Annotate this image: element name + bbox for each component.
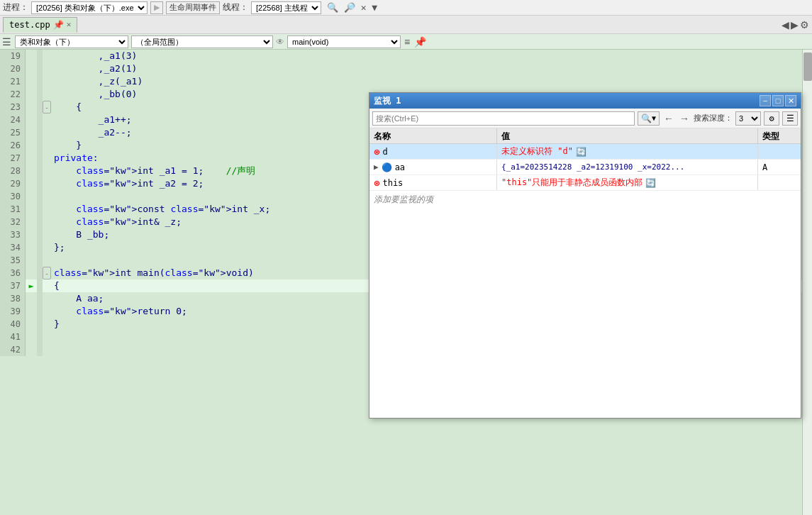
line-content: }; [51, 241, 68, 254]
line-arrow-indicator: ► [26, 279, 37, 292]
refresh-icon-d[interactable]: 🔄 [576, 147, 586, 157]
line-fold-btn [43, 331, 51, 343]
tab-pin-icon: 📌 [53, 20, 64, 30]
line-content [51, 331, 57, 343]
search-icon: 🔍 [641, 113, 652, 123]
watch-back-btn[interactable]: ← [662, 113, 675, 124]
line-content: class="kw">int& _z; [51, 216, 184, 228]
line-marker [37, 241, 43, 254]
line-content: _a1++; [51, 113, 135, 126]
code-header-pin-btn[interactable]: 📌 [412, 36, 428, 48]
line-fold-btn [43, 292, 51, 305]
line-fold-btn [43, 254, 51, 267]
add-watch-row[interactable]: 添加要监视的项 [369, 191, 801, 209]
watch-name-this: this [382, 178, 403, 188]
line-fold-btn [43, 279, 51, 292]
line-marker [37, 279, 43, 292]
toolbar-btn-1[interactable]: ▶ [150, 1, 163, 14]
line-arrow-indicator [26, 75, 37, 88]
line-fold-btn [43, 305, 51, 318]
line-arrow-indicator [26, 50, 37, 62]
watch-settings-btn[interactable]: ⚙ [764, 111, 779, 126]
line-marker [37, 126, 43, 139]
settings-icon: ⚙ [769, 113, 774, 123]
line-marker [37, 343, 43, 356]
watch-table: 名称 值 类型 ⊗ d 未定义标识符 "d" 🔄 ▶ [369, 128, 801, 418]
line-arrow-indicator [26, 101, 37, 113]
class-select[interactable]: 类和对象（下） [15, 35, 128, 48]
watch-row-aa[interactable]: ▶ 🔵 aa {_a1=2023514228 _a2=12319100 _x=2… [369, 160, 801, 175]
line-marker [37, 305, 43, 318]
line-content: ,_a1(3) [51, 50, 140, 62]
watch-search-input[interactable] [372, 111, 635, 126]
line-arrow-indicator [26, 88, 37, 101]
tab-test-cpp[interactable]: test.cpp 📌 ✕ [3, 17, 77, 33]
line-number: 26 [0, 139, 26, 152]
refresh-icon-this[interactable]: 🔄 [645, 178, 656, 188]
line-content: } [51, 318, 62, 331]
watch-row-this[interactable]: ⊗ this "this"只能用于非静态成员函数内部 🔄 [369, 175, 801, 191]
watch-depth-select[interactable]: 3 1 2 4 5 [735, 111, 761, 126]
func-select[interactable]: main(void) [287, 35, 401, 48]
watch-titlebar: 监视 1 − □ ✕ [369, 93, 801, 109]
info-icon-aa: 🔵 [382, 162, 392, 172]
line-fold-btn[interactable]: - [43, 267, 51, 279]
watch-search-btn[interactable]: 🔍 ▼ [638, 111, 660, 126]
line-content: class="kw">int _a2 = 2; [51, 177, 206, 190]
line-arrow-indicator [26, 331, 37, 343]
watch-title-buttons: − □ ✕ [760, 95, 796, 106]
scope-select[interactable]: （全局范围） [131, 35, 273, 48]
tab-right-arrow[interactable]: ▶ [791, 19, 799, 31]
line-marker [37, 331, 43, 343]
line-marker [37, 50, 43, 62]
watch-value-this: "this"只能用于非静态成员函数内部 [501, 177, 643, 189]
watch-close-btn[interactable]: ✕ [785, 95, 796, 106]
line-fold-btn [43, 190, 51, 203]
process-select[interactable]: [20256] 类和对象（下）.exe [31, 1, 148, 14]
line-content: ,_bb(0) [51, 88, 140, 101]
error-icon-this: ⊗ [374, 177, 379, 189]
line-number: 23 [0, 101, 26, 113]
col-name: 名称 [369, 128, 497, 143]
watch-title: 监视 1 [374, 95, 760, 107]
line-number: 27 [0, 152, 26, 165]
scrollbar-thumb[interactable] [803, 52, 812, 81]
code-header-add-btn[interactable]: ☰ [0, 36, 13, 48]
watch-toolbar: 🔍 ▼ ← → 搜索深度： 3 1 2 4 5 ⚙ ☰ [369, 109, 801, 128]
tab-close-btn[interactable]: ✕ [67, 20, 72, 29]
line-fold-btn [43, 139, 51, 152]
vertical-scrollbar[interactable] [802, 50, 812, 515]
tab-label: test.cpp [9, 20, 50, 30]
watch-row-d[interactable]: ⊗ d 未定义标识符 "d" 🔄 [369, 144, 801, 160]
watch-cell-type-this [758, 175, 801, 190]
col-value: 值 [497, 128, 758, 143]
scope-icon: 👁 [276, 37, 284, 47]
watch-view-btn[interactable]: ☰ [782, 111, 798, 126]
watch-cell-value-aa: {_a1=2023514228 _a2=12319100 _x=2022... [497, 160, 758, 175]
line-number: 38 [0, 292, 26, 305]
line-number: 25 [0, 126, 26, 139]
line-number: 19 [0, 50, 26, 62]
line-content: { [51, 101, 84, 113]
line-arrow-indicator [26, 203, 37, 216]
watch-restore-btn[interactable]: □ [772, 95, 784, 106]
watch-minimize-btn[interactable]: − [760, 95, 771, 106]
line-marker [37, 318, 43, 331]
tab-settings-btn[interactable]: ⚙ [800, 19, 809, 31]
watch-table-header: 名称 值 类型 [369, 128, 801, 144]
lifecycle-btn[interactable]: 生命周期事件 [166, 1, 220, 14]
line-fold-btn [43, 62, 51, 75]
code-header: ☰ 类和对象（下） （全局范围） 👁 main(void) ≡ 📌 [0, 34, 812, 50]
watch-forward-btn[interactable]: → [678, 113, 691, 124]
line-fold-btn[interactable]: - [43, 101, 51, 113]
line-arrow-indicator [26, 305, 37, 318]
expand-icon-aa[interactable]: ▶ [374, 162, 379, 172]
watch-cell-value-d: 未定义标识符 "d" 🔄 [497, 144, 758, 159]
code-line-21: 21 ,_z(_a1) [0, 75, 802, 88]
line-number: 30 [0, 190, 26, 203]
line-content: class="kw">int _a1 = 1; //声明 [51, 165, 258, 177]
thread-select[interactable]: [22568] 主线程 [251, 1, 321, 14]
tab-left-arrow[interactable]: ◀ [782, 19, 789, 31]
line-fold-btn [43, 152, 51, 165]
code-header-action-btn[interactable]: ≡ [402, 36, 412, 48]
